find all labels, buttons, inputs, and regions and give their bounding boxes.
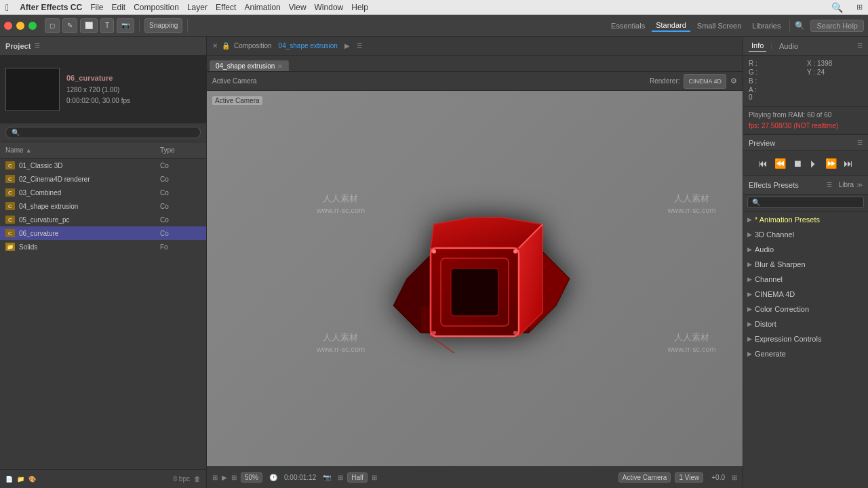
project-menu-icon[interactable]: ☰ — [35, 43, 40, 49]
workspace-essentials[interactable]: Essentials — [607, 20, 649, 31]
effects-group[interactable]: ▶ Generate — [743, 346, 868, 361]
camera-icon[interactable]: 📷 — [323, 474, 331, 481]
new-folder-icon[interactable]: 📁 — [17, 476, 24, 483]
apple-menu[interactable]:  — [5, 2, 9, 13]
shape-tool[interactable]: ⬜ — [80, 18, 98, 33]
comp-menu-icon[interactable]: ☰ — [357, 43, 362, 49]
svg-point-13 — [513, 331, 517, 335]
sort-arrow[interactable]: ▲ — [26, 147, 32, 154]
menu-composition[interactable]: Composition — [134, 3, 179, 12]
workspace-standard[interactable]: Standard — [652, 20, 690, 32]
list-item-selected[interactable]: C 06_curvature Co — [0, 226, 206, 240]
channel-group[interactable]: ▶ Channel — [743, 272, 868, 287]
info-menu-icon[interactable]: ☰ — [857, 43, 863, 49]
global-search-icon[interactable]: 🔍 — [831, 2, 843, 13]
expand-icon[interactable]: ≫ — [856, 182, 863, 188]
close-button[interactable] — [4, 22, 12, 30]
effects-group[interactable]: ▶ * Animation Presets — [743, 212, 868, 227]
list-item[interactable]: C 03_Combined Co — [0, 186, 206, 199]
step-forward-button[interactable]: ⏩ — [824, 157, 838, 170]
camera-tool[interactable]: 📷 — [117, 18, 134, 33]
snapshot-icon[interactable]: ⊞ — [338, 474, 343, 481]
go-to-end-button[interactable]: ⏭ — [842, 157, 854, 170]
selection-tool[interactable]: ◻ — [45, 18, 60, 33]
grid-icon[interactable]: ⊞ — [231, 474, 237, 481]
stop-button[interactable]: ⏹ — [791, 157, 804, 170]
audio-group[interactable]: ▶ Audio — [743, 242, 868, 257]
renderer-select[interactable]: CINEMA 4D — [684, 74, 726, 89]
quality-select[interactable]: Half — [347, 472, 368, 483]
expand-icon[interactable]: ⊞ — [732, 474, 737, 481]
text-tool[interactable]: T — [100, 18, 114, 33]
menu-view[interactable]: View — [289, 3, 307, 12]
composition-viewer[interactable]: Active Camera 人人素材www.rr-sc.com 人人素材www.… — [207, 91, 743, 466]
distort-group[interactable]: ▶ Distort — [743, 317, 868, 331]
active-comp-tab[interactable]: 04_shape extrusion ✕ — [210, 60, 289, 71]
blur-sharpen-group[interactable]: ▶ Blur & Sharpen — [743, 257, 868, 272]
effects-group[interactable]: ▶ 3D Channel — [743, 227, 868, 242]
minimize-button[interactable] — [16, 22, 24, 30]
menu-animation[interactable]: Animation — [244, 3, 280, 12]
list-item-folder[interactable]: 📁 Solids Fo — [0, 240, 206, 253]
pen-tool[interactable]: ✎ — [62, 18, 77, 33]
view-count-select[interactable]: 1 View — [675, 472, 703, 483]
animation-presets-group[interactable]: ▶ * Animation Presets — [743, 212, 868, 227]
generate-group[interactable]: ▶ Generate — [743, 346, 868, 361]
workspace-libraries[interactable]: Libraries — [748, 20, 785, 31]
effects-group[interactable]: ▶ Distort — [743, 317, 868, 331]
comp-lock[interactable]: 🔒 — [222, 42, 230, 49]
menu-help[interactable]: Help — [351, 3, 368, 12]
expression-controls-group[interactable]: ▶ Expression Controls — [743, 331, 868, 346]
snapping-toggle[interactable]: Snapping — [144, 18, 182, 33]
effects-search-input[interactable] — [747, 197, 864, 208]
effects-group[interactable]: ▶ CINEMA 4D — [743, 287, 868, 302]
list-item[interactable]: C 05_curvature_pc Co — [0, 213, 206, 226]
menu-edit[interactable]: Edit — [111, 3, 125, 12]
watermark-bl: 人人素材www.rr-sc.com — [317, 331, 365, 354]
list-item[interactable]: C 01_Classic 3D Co — [0, 159, 206, 172]
list-item[interactable]: C 04_shape extrusion Co — [0, 199, 206, 213]
menu-layer[interactable]: Layer — [187, 3, 208, 12]
menu-window[interactable]: Window — [315, 3, 344, 12]
go-to-start-button[interactable]: ⏮ — [757, 157, 769, 170]
expand-arrow: ▶ — [747, 291, 752, 298]
info-tab[interactable]: Info — [749, 40, 766, 52]
tab-close-icon[interactable]: ✕ — [277, 63, 283, 70]
global-search-label: ⊞ — [856, 3, 863, 12]
y-coord: Y : 24 — [807, 68, 825, 76]
preview-menu-icon[interactable]: ☰ — [857, 140, 863, 146]
effects-menu-icon[interactable]: ☰ — [827, 182, 832, 188]
menu-file[interactable]: File — [90, 3, 103, 12]
effects-group[interactable]: ▶ Audio — [743, 242, 868, 257]
step-back-button[interactable]: ⏪ — [773, 157, 787, 170]
3dchannel-group[interactable]: ▶ 3D Channel — [743, 227, 868, 242]
comp-icon: C — [5, 161, 15, 169]
color-icon[interactable]: 🎨 — [28, 476, 36, 483]
play-button[interactable]: ⏵ — [808, 157, 820, 170]
effects-group[interactable]: ▶ Channel — [743, 272, 868, 287]
list-item[interactable]: C 02_Cinema4D renderer Co — [0, 172, 206, 186]
workspace-smallscreen[interactable]: Small Screen — [693, 20, 745, 31]
view-select[interactable]: Active Camera — [618, 472, 671, 483]
preview-icon[interactable]: ▶ — [222, 474, 227, 481]
cinema4d-group[interactable]: ▶ CINEMA 4D — [743, 287, 868, 302]
project-search-input[interactable] — [5, 127, 201, 138]
effects-group[interactable]: ▶ Expression Controls — [743, 331, 868, 346]
menu-effect[interactable]: Effect — [216, 3, 236, 12]
effects-group[interactable]: ▶ Blur & Sharpen — [743, 257, 868, 272]
group-label: * Animation Presets — [755, 216, 820, 224]
effects-group[interactable]: ▶ Color Correction — [743, 302, 868, 317]
zoom-select[interactable]: 50% — [241, 472, 262, 483]
maximize-button[interactable] — [28, 22, 37, 30]
timeline-icon[interactable]: ⊞ — [212, 474, 218, 481]
library-tab[interactable]: Libra — [839, 181, 854, 188]
new-item-icon[interactable]: 📄 — [5, 476, 13, 483]
renderer-settings[interactable]: ⚙ — [730, 77, 737, 85]
delete-icon[interactable]: 🗑 — [194, 475, 201, 483]
color-correction-group[interactable]: ▶ Color Correction — [743, 302, 868, 317]
audio-tab[interactable]: Audio — [776, 41, 801, 52]
renderer-label: Renderer: — [650, 77, 679, 85]
search-help[interactable]: Search Help — [810, 20, 864, 32]
comp-close[interactable]: ✕ — [212, 42, 218, 49]
resolution-icon[interactable]: ⊞ — [372, 474, 377, 481]
